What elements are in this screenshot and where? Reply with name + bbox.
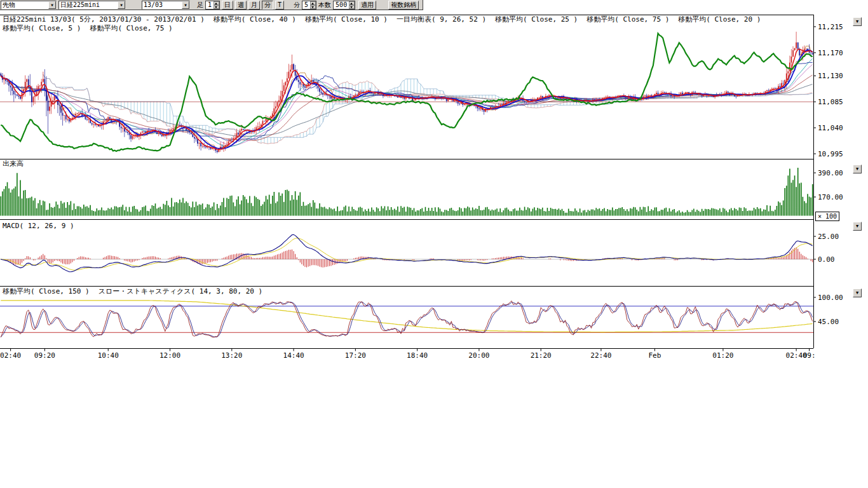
- svg-text:170.00: 170.00: [818, 193, 843, 201]
- svg-text:10:40: 10:40: [98, 351, 119, 360]
- svg-text:11,215: 11,215: [818, 23, 843, 31]
- chevron-down-icon[interactable]: ▼: [48, 1, 56, 9]
- svg-text:11,040: 11,040: [818, 124, 843, 132]
- spinner-arrows-icon[interactable]: [349, 1, 355, 9]
- svg-text:10,995: 10,995: [818, 150, 843, 158]
- svg-text:14:40: 14:40: [283, 351, 304, 360]
- chart-area[interactable]: 11,21511,17011,13011,08511,04010,995390.…: [0, 0, 868, 365]
- svg-text:0.00: 0.00: [818, 255, 835, 264]
- chevron-down-icon[interactable]: ▼: [182, 1, 189, 9]
- svg-text:13:20: 13:20: [221, 351, 242, 360]
- spinner-arrows-icon[interactable]: [310, 1, 316, 9]
- svg-text:11,085: 11,085: [818, 98, 843, 106]
- bars-label: 本数: [318, 1, 331, 10]
- chevron-down-icon[interactable]: ▼: [118, 1, 125, 9]
- minute-label: 分: [294, 1, 300, 10]
- price-axis-dropdown[interactable]: ▼: [853, 17, 862, 26]
- contract-combo[interactable]: 13/03 ▼: [142, 1, 190, 10]
- svg-text:12:00: 12:00: [159, 351, 180, 360]
- svg-text:Feb: Feb: [648, 351, 661, 360]
- market-combo[interactable]: 先物 ▼: [1, 1, 57, 10]
- multi-symbol-button[interactable]: 複数銘柄: [388, 1, 419, 10]
- svg-text:17:20: 17:20: [345, 351, 366, 360]
- svg-text:02:40: 02:40: [0, 351, 21, 360]
- svg-text:18:40: 18:40: [407, 351, 428, 360]
- period-minute-button[interactable]: 分: [262, 1, 273, 10]
- svg-text:25.00: 25.00: [818, 233, 839, 241]
- market-combo-value: 先物: [1, 1, 48, 10]
- svg-text:21:20: 21:20: [531, 351, 552, 360]
- spinner-arrows-icon[interactable]: [214, 1, 219, 9]
- stoch-axis-dropdown[interactable]: ▼: [853, 288, 862, 297]
- minute-stepper[interactable]: 5: [302, 1, 316, 10]
- period-tick-button[interactable]: T: [275, 1, 284, 10]
- ashi-value[interactable]: 1: [207, 1, 213, 8]
- svg-text:09:20: 09:20: [34, 351, 55, 360]
- svg-text:20:00: 20:00: [468, 351, 489, 360]
- period-day-button[interactable]: 日: [222, 1, 233, 10]
- svg-text:22:40: 22:40: [590, 351, 611, 360]
- bars-value[interactable]: 500: [334, 1, 348, 8]
- svg-text:09:: 09:: [803, 351, 816, 360]
- contract-combo-value: 13/03: [142, 1, 182, 8]
- minute-value[interactable]: 5: [303, 1, 309, 8]
- ashi-label: 足: [197, 1, 203, 10]
- svg-text:11,170: 11,170: [818, 49, 843, 57]
- period-month-button[interactable]: 月: [248, 1, 260, 10]
- toolbar: 先物 ▼ 日経225mini ▼ 13/03 ▼ 足 1 日 週 月 分 T 分…: [0, 0, 423, 10]
- apply-button[interactable]: 適用: [358, 1, 376, 10]
- svg-text:390.00: 390.00: [818, 169, 843, 177]
- symbol-combo[interactable]: 日経225mini ▼: [58, 1, 126, 10]
- svg-text:100.00: 100.00: [818, 294, 843, 302]
- svg-text:11,130: 11,130: [818, 72, 843, 80]
- symbol-combo-value: 日経225mini: [59, 1, 118, 10]
- svg-text:01:20: 01:20: [712, 351, 733, 360]
- period-week-button[interactable]: 週: [235, 1, 247, 10]
- svg-text:45.00: 45.00: [818, 318, 839, 326]
- macd-axis-dropdown[interactable]: ▼: [853, 222, 862, 231]
- ashi-stepper[interactable]: 1: [205, 1, 220, 10]
- bars-stepper[interactable]: 500: [333, 1, 355, 10]
- volume-axis-dropdown[interactable]: ▼: [853, 165, 862, 173]
